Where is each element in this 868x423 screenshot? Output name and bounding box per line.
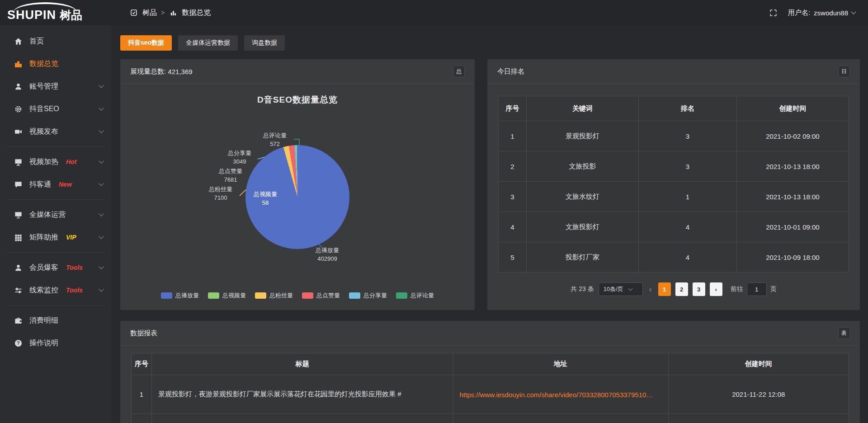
monitor-icon xyxy=(14,210,23,219)
table-row: 3文旅水纹灯12021-10-13 18:00 xyxy=(499,182,849,212)
chevron-down-icon xyxy=(99,211,104,216)
table-row: 1景观投影灯32021-10-02 09:00 xyxy=(499,121,849,151)
legend-item-shares[interactable]: 总分享量 xyxy=(349,291,387,300)
user-menu[interactable]: 用户名: zswodun88 xyxy=(788,9,855,17)
col-keyword: 关键词 xyxy=(527,96,639,121)
tab-douyin-seo-data[interactable]: 抖音seo数据 xyxy=(120,35,172,51)
chevron-down-icon xyxy=(99,181,104,186)
sidebar-item-member-burst[interactable]: 会员爆客 Tools xyxy=(0,256,111,279)
legend-item-videos[interactable]: 总视频量 xyxy=(208,291,246,300)
svg-text:?: ? xyxy=(17,341,19,346)
pie-label-likes: 总点赞量7681 xyxy=(219,167,242,184)
next-page-button[interactable]: › xyxy=(710,282,722,296)
chat-bubble-icon xyxy=(14,180,23,189)
chart-title: D音SEO数据量总览 xyxy=(120,94,475,106)
col-created: 创建时间 xyxy=(668,353,849,375)
chevron-down-icon xyxy=(99,83,104,88)
grid-icon xyxy=(14,233,23,242)
sidebar-item-label: 视频加热 xyxy=(29,157,58,167)
legend-swatch xyxy=(302,292,313,299)
report-url-link[interactable]: https://www.iesdouyin.com/share/video/70… xyxy=(460,391,654,399)
gear-icon xyxy=(14,104,23,113)
tab-all-media-data[interactable]: 全媒体运营数据 xyxy=(178,35,238,51)
sidebar-item-label: 抖音SEO xyxy=(29,104,59,114)
page-button-3[interactable]: 3 xyxy=(693,282,705,296)
sidebar-item-video-publish[interactable]: 视频发布 xyxy=(0,120,111,143)
col-index: 序号 xyxy=(499,96,527,121)
home-icon xyxy=(14,37,23,46)
pie-label-shares: 总分享量3049 xyxy=(228,149,251,166)
col-url: 地址 xyxy=(453,353,668,375)
chevron-down-icon xyxy=(99,287,104,291)
ranking-panel-title: 今日排名 xyxy=(497,67,524,76)
prev-page-button[interactable]: ‹ xyxy=(647,285,654,293)
legend-item-fans[interactable]: 总粉丝量 xyxy=(255,291,293,300)
sidebar-item-label: 全媒体运营 xyxy=(29,210,66,220)
col-index: 序号 xyxy=(132,353,152,375)
sidebar-item-account[interactable]: 账号管理 xyxy=(0,75,111,98)
sidebar-divider xyxy=(6,252,105,253)
pagination: 共 23 条 10条/页 ‹ 1 2 3 › 前往 页 xyxy=(498,282,849,296)
day-badge-button[interactable]: 日 xyxy=(838,66,850,77)
sidebar-item-consumption[interactable]: 消费明细 xyxy=(0,309,111,332)
user-name: zswodun88 xyxy=(814,9,848,17)
page-button-1[interactable]: 1 xyxy=(658,282,671,296)
goto-label: 前往 xyxy=(731,285,743,293)
sidebar: 首页 数据总览 账号管理 抖音SEO 视频发布 视频加热 Hot xyxy=(0,25,111,423)
tab-inquiry-data[interactable]: 询盘数据 xyxy=(244,35,285,51)
sidebar-item-label: 抖客通 xyxy=(29,180,51,189)
chevron-down-icon xyxy=(99,234,104,239)
pagination-total: 共 23 条 xyxy=(571,285,594,293)
sidebar-item-label: 线索监控 xyxy=(29,286,58,295)
sidebar-item-douketong[interactable]: 抖客通 New xyxy=(0,173,111,196)
tools-badge: Tools xyxy=(66,287,83,294)
legend-swatch xyxy=(396,292,407,299)
table-row: 1 景观投影灯，夜游景观投影灯厂家展示展示落花灯在花园里的灯光投影应用效果 # … xyxy=(132,375,849,414)
sidebar-item-all-media[interactable]: 全媒体运营 xyxy=(0,203,111,226)
today-ranking-panel: 今日排名 日 序号 关键词 排名 创建时间 1景观投影灯32021-10-02 xyxy=(487,59,860,310)
sidebar-item-home[interactable]: 首页 xyxy=(0,30,111,52)
pie-label-comments: 总评论量572 xyxy=(263,131,287,148)
table-row: 2文旅投影32021-10-13 18:00 xyxy=(499,151,849,182)
sidebar-item-instructions[interactable]: ? 操作说明 xyxy=(0,332,111,354)
report-panel-title: 数据报表 xyxy=(130,329,157,338)
legend-swatch xyxy=(255,292,266,299)
pie-label-plays: 总播放量402909 xyxy=(316,246,339,263)
legend-item-comments[interactable]: 总评论量 xyxy=(396,291,434,300)
sidebar-item-video-heat[interactable]: 视频加热 Hot xyxy=(0,150,111,173)
main-content: 抖音seo数据 全媒体运营数据 询盘数据 展现量总数: 421,369 总 D音… xyxy=(111,25,868,423)
impressions-total-value: 421,369 xyxy=(168,68,192,75)
col-title: 标题 xyxy=(152,353,453,375)
square-check-icon xyxy=(129,8,138,17)
sidebar-item-label: 矩阵助推 xyxy=(29,233,58,242)
page-size-select[interactable]: 10条/页 xyxy=(599,282,643,296)
col-created: 创建时间 xyxy=(737,96,849,121)
total-badge-button[interactable]: 总 xyxy=(453,66,465,77)
sidebar-item-matrix-boost[interactable]: 矩阵助推 VIP xyxy=(0,226,111,249)
app-logo[interactable]: SHUPIN 树品 xyxy=(0,0,113,25)
table-row: 4文旅投影灯42021-10-01 09:00 xyxy=(499,212,849,242)
col-rank: 排名 xyxy=(639,96,737,121)
sidebar-item-label: 账号管理 xyxy=(29,82,58,91)
table-badge-button[interactable]: 表 xyxy=(838,327,850,339)
sidebar-item-data-overview[interactable]: 数据总览 xyxy=(0,52,111,75)
sidebar-item-label: 数据总览 xyxy=(29,59,58,69)
fullscreen-icon[interactable] xyxy=(769,8,778,17)
goto-page-input[interactable] xyxy=(747,282,767,296)
new-badge: New xyxy=(59,181,72,188)
tools-badge: Tools xyxy=(66,264,83,271)
breadcrumb-current: 数据总览 xyxy=(182,8,211,18)
breadcrumb-root[interactable]: 树品 xyxy=(142,8,157,18)
legend-item-likes[interactable]: 总点赞量 xyxy=(302,291,340,300)
wallet-icon xyxy=(14,316,23,325)
top-bar: SHUPIN 树品 树品 > 数据总览 用户名: zswodun88 xyxy=(0,0,868,25)
page-button-2[interactable]: 2 xyxy=(675,282,688,296)
table-row-partial xyxy=(132,414,849,423)
data-tabs: 抖音seo数据 全媒体运营数据 询盘数据 xyxy=(120,35,860,51)
sidebar-item-clue-monitor[interactable]: 线索监控 Tools xyxy=(0,279,111,301)
seo-overview-panel: 展现量总数: 421,369 总 D音SEO数据量总览 xyxy=(120,59,475,310)
sidebar-item-label: 操作说明 xyxy=(29,338,58,348)
legend-item-plays[interactable]: 总播放量 xyxy=(161,291,199,300)
sliders-icon xyxy=(14,286,23,295)
sidebar-item-douyin-seo[interactable]: 抖音SEO xyxy=(0,98,111,120)
